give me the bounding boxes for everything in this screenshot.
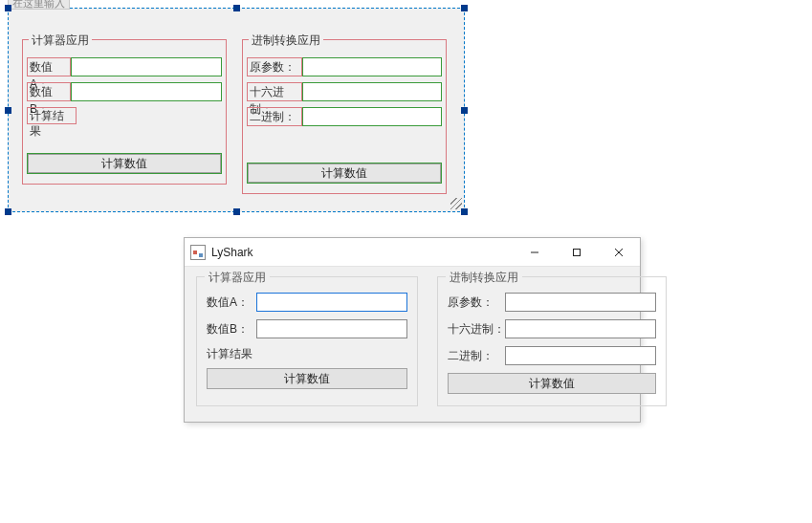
- resize-handle-ne[interactable]: [461, 5, 468, 11]
- label-source: 原参数：: [448, 294, 505, 311]
- label-result: 计算结果: [207, 346, 407, 362]
- client-area: 计算器应用 数值A： 数值B： 计算结果 计算数值 进制转换应用 原参数： 十六…: [185, 267, 640, 422]
- svg-rect-1: [574, 249, 581, 255]
- label-hex[interactable]: 十六进制：: [247, 82, 302, 101]
- maximize-button[interactable]: [556, 238, 598, 266]
- designer-input-bin[interactable]: [302, 107, 442, 126]
- designer-title-tab: 在这里输入: [8, 0, 70, 10]
- group-calculator: 计算器应用 数值A： 数值B： 计算结果 计算数值: [196, 276, 418, 406]
- designer-input-source[interactable]: [302, 57, 442, 76]
- input-bin[interactable]: [505, 346, 656, 365]
- group-conversion: 进制转换应用 原参数： 十六进制： 二进制： 计算数值: [437, 276, 667, 406]
- title-bar[interactable]: LyShark: [185, 238, 640, 267]
- group-title: 计算器应用: [205, 270, 270, 286]
- input-value-a[interactable]: [256, 293, 407, 312]
- group-title: 进制转换应用: [446, 270, 522, 286]
- input-source[interactable]: [505, 293, 656, 312]
- label-source[interactable]: 原参数：: [247, 57, 302, 76]
- label-value-b: 数值B：: [207, 321, 256, 338]
- resize-grip-icon[interactable]: [450, 198, 462, 209]
- app-icon: [190, 245, 206, 260]
- input-hex[interactable]: [505, 319, 656, 338]
- input-value-b[interactable]: [256, 319, 407, 338]
- label-bin: 二进制：: [448, 348, 505, 364]
- calculate-button[interactable]: 计算数值: [448, 373, 656, 394]
- window-title: LyShark: [211, 246, 514, 259]
- close-button[interactable]: [598, 238, 640, 266]
- resize-handle-n[interactable]: [233, 5, 240, 11]
- designer-button-calculate[interactable]: 计算数值: [247, 163, 442, 184]
- resize-handle-se[interactable]: [461, 208, 468, 215]
- designer-form-canvas[interactable]: 在这里输入 计算器应用 数值A： 数值B： 计算结果 计算数值 进制转换应用 原…: [8, 8, 465, 212]
- minimize-button[interactable]: [514, 238, 556, 266]
- label-bin[interactable]: 二进制：: [247, 107, 302, 126]
- resize-handle-nw[interactable]: [5, 5, 11, 11]
- calculate-button[interactable]: 计算数值: [207, 368, 407, 389]
- designer-group-calculator[interactable]: 计算器应用 数值A： 数值B： 计算结果 计算数值: [22, 39, 227, 185]
- label-value-a: 数值A：: [207, 294, 256, 311]
- label-value-a[interactable]: 数值A：: [27, 57, 71, 76]
- label-value-b[interactable]: 数值B：: [27, 82, 71, 101]
- designer-input-value-b[interactable]: [71, 82, 222, 101]
- group-title: 进制转换应用: [249, 33, 323, 49]
- label-hex: 十六进制：: [448, 321, 505, 338]
- resize-handle-e[interactable]: [461, 107, 468, 114]
- group-title: 计算器应用: [29, 33, 92, 49]
- designer-button-calculate[interactable]: 计算数值: [27, 153, 222, 174]
- designer-input-value-a[interactable]: [71, 57, 222, 76]
- designer-group-conversion[interactable]: 进制转换应用 原参数： 十六进制： 二进制： 计算数值: [242, 39, 447, 194]
- app-window: LyShark 计算器应用 数值A： 数值B： 计算结果 计算数值: [184, 237, 641, 423]
- resize-handle-w[interactable]: [5, 107, 11, 114]
- resize-handle-s[interactable]: [233, 208, 240, 215]
- label-result[interactable]: 计算结果: [27, 107, 77, 124]
- designer-input-hex[interactable]: [302, 82, 442, 101]
- resize-handle-sw[interactable]: [5, 208, 11, 215]
